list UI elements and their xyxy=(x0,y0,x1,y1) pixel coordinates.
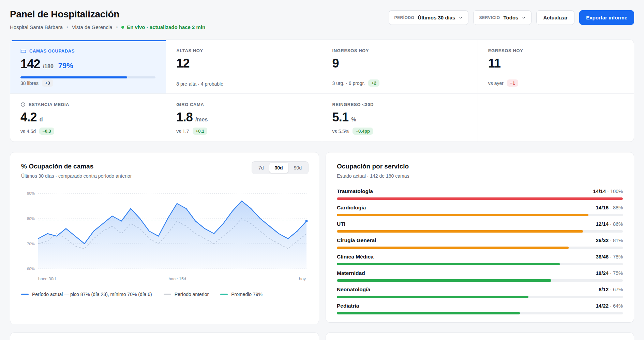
kpi-footer: 8 pre-alta · 4 probable xyxy=(176,81,311,87)
kpi-camas-ocupadas[interactable]: CAMAS OCUPADAS 142 /180 79% 38 libres +3 xyxy=(10,40,166,94)
range-30d-button[interactable]: 30d xyxy=(269,163,288,173)
kpi-label: CAMAS OCUPADAS xyxy=(20,48,155,54)
service-name: UTI xyxy=(337,221,345,227)
x-axis-label: hace 15d xyxy=(168,277,186,281)
kpi-footer: 38 libres +3 xyxy=(20,79,155,87)
dashboard-page: Panel de Hospitalización Hospital Santa … xyxy=(0,0,644,340)
x-axis-label: hoy xyxy=(299,277,306,281)
service-stats: 26/32 · 81% xyxy=(596,237,623,243)
service-bar-track xyxy=(337,312,623,314)
bed-icon xyxy=(20,48,26,54)
legend-item: Período anterior xyxy=(164,292,209,297)
occupancy-progress-track xyxy=(20,76,155,78)
breadcrumb: Hospital Santa Bárbara • Vista de Gerenc… xyxy=(10,24,205,30)
chart-legend: Período actual — pico 87% (día 23), míni… xyxy=(21,292,308,297)
hidden-panel-stub xyxy=(326,332,634,340)
clock-icon xyxy=(20,102,26,107)
kpi-label-text: EGRESOS HOY xyxy=(488,48,523,53)
service-name: Cirugía General xyxy=(337,237,376,243)
kpi-unit: d xyxy=(40,117,43,123)
kpi-giro-cama[interactable]: GIRO CAMA 1.8 /mes vs 1.7 +0.1 xyxy=(166,94,322,142)
kpi-footer-text: 8 pre-alta · 4 probable xyxy=(176,81,223,87)
service-stats: 14/14 · 100% xyxy=(593,188,623,194)
service-stats: 12/14 · 86% xyxy=(596,221,623,227)
kpi-label: REINGRESO <30D xyxy=(332,102,467,107)
kpi-capacity: /180 xyxy=(43,63,54,70)
range-7d-button[interactable]: 7d xyxy=(253,163,269,173)
kpi-footer: vs ayer −1 xyxy=(488,79,624,87)
kpi-footer-text: vs 4.5d xyxy=(20,129,36,134)
bottom-stub-row xyxy=(10,332,634,340)
service-name: Neonatología xyxy=(337,286,370,293)
kpi-label-text: ESTANCIA MEDIA xyxy=(29,102,69,107)
range-toggle: 7d 30d 90d xyxy=(252,161,309,174)
service-stats: 14/16 · 88% xyxy=(596,205,623,210)
legend-item: Período actual — pico 87% (día 23), míni… xyxy=(21,292,152,297)
kpi-footer-text: vs 5.5% xyxy=(332,129,349,134)
chart-x-axis: hace 30dhace 15dhoy xyxy=(21,277,308,281)
refresh-button[interactable]: Actualizar xyxy=(536,10,574,25)
kpi-badge: +3 xyxy=(42,79,53,87)
service-name: Maternidad xyxy=(337,270,365,276)
service-name: Traumatología xyxy=(337,188,373,194)
svg-text:80%: 80% xyxy=(27,217,35,221)
service-bar-fill xyxy=(337,197,623,200)
service-bar-track xyxy=(337,214,623,216)
chart-area: 90%80%70%60% hace 30dhace 15dhoy xyxy=(21,188,308,281)
service-name: Pediatría xyxy=(337,303,359,309)
service-bar-fill xyxy=(337,214,588,216)
kpi-value: 142 xyxy=(20,57,40,71)
services-panel-title: Ocupación por servicio xyxy=(337,163,623,170)
kpi-ingresos-hoy[interactable]: INGRESOS HOY 9 3 urg. · 6 progr. +2 xyxy=(322,40,478,94)
live-dot-icon xyxy=(121,26,124,29)
kpi-egresos-hoy[interactable]: EGRESOS HOY 11 vs ayer −1 xyxy=(478,40,634,94)
svg-text:70%: 70% xyxy=(27,242,35,246)
service-bar-track xyxy=(337,247,623,249)
kpi-grid: CAMAS OCUPADAS 142 /180 79% 38 libres +3… xyxy=(10,40,634,142)
service-bar-track xyxy=(337,279,623,282)
legend-label: Período anterior xyxy=(175,292,209,297)
service-stats: 8/12 · 67% xyxy=(599,286,623,292)
range-90d-button[interactable]: 90d xyxy=(288,163,307,173)
kpi-value: 12 xyxy=(176,56,189,71)
service-row: Cardiología14/16 · 88% xyxy=(337,200,623,216)
service-dropdown[interactable]: SERVICIO Todos xyxy=(473,10,531,25)
kpi-value: 11 xyxy=(488,56,500,71)
legend-swatch xyxy=(21,294,29,295)
legend-label: Promedio 79% xyxy=(231,292,263,297)
kpi-footer-text: 38 libres xyxy=(20,80,39,86)
service-bar-track xyxy=(337,263,623,265)
chevron-down-icon xyxy=(459,16,463,20)
kpi-occupancy-pct: 79% xyxy=(58,61,73,70)
occupancy-chart-panel: % Ocupación de camas Últimos 30 días · c… xyxy=(10,152,319,324)
kpi-estancia-media[interactable]: ESTANCIA MEDIA 4.2 d vs 4.5d −0.3 xyxy=(10,94,166,142)
service-value: Todos xyxy=(504,15,519,20)
kpi-altas-hoy[interactable]: ALTAS HOY 12 8 pre-alta · 4 probable xyxy=(166,40,322,94)
service-bar-fill xyxy=(337,247,569,249)
kpi-label-text: CAMAS OCUPADAS xyxy=(29,48,75,54)
service-bar-fill xyxy=(337,312,520,314)
kpi-footer-text: 3 urg. · 6 progr. xyxy=(332,80,365,86)
legend-item: Promedio 79% xyxy=(220,292,263,297)
kpi-badge: +0.1 xyxy=(193,128,208,135)
export-report-button[interactable]: Exportar informe xyxy=(579,10,634,25)
kpi-value: 5.1 xyxy=(332,110,349,124)
period-dropdown[interactable]: PERÍODO Últimos 30 días xyxy=(389,10,469,25)
chevron-down-icon xyxy=(522,16,526,20)
kpi-footer: vs 4.5d −0.3 xyxy=(20,128,155,135)
kpi-label-text: INGRESOS HOY xyxy=(332,48,369,53)
kpi-value: 1.8 xyxy=(176,110,193,124)
live-status: En vivo · actualizado hace 2 min xyxy=(121,24,205,30)
kpi-badge: −0.3 xyxy=(39,128,54,135)
kpi-reingreso-30d[interactable]: REINGRESO <30D 5.1 % vs 5.5% −0.4pp xyxy=(322,94,478,142)
kpi-value-row: 142 /180 79% xyxy=(20,57,155,71)
occupancy-progress-fill xyxy=(20,76,127,78)
legend-swatch xyxy=(220,294,228,295)
kpi-label: INGRESOS HOY xyxy=(332,48,467,53)
kpi-unit: % xyxy=(351,117,356,123)
service-row: UTI12/14 · 86% xyxy=(337,216,623,233)
service-stats: 36/46 · 78% xyxy=(596,254,623,260)
kpi-unit: /mes xyxy=(195,117,208,123)
kpi-label: GIRO CAMA xyxy=(176,102,311,107)
hospital-name: Hospital Santa Bárbara xyxy=(10,24,63,30)
